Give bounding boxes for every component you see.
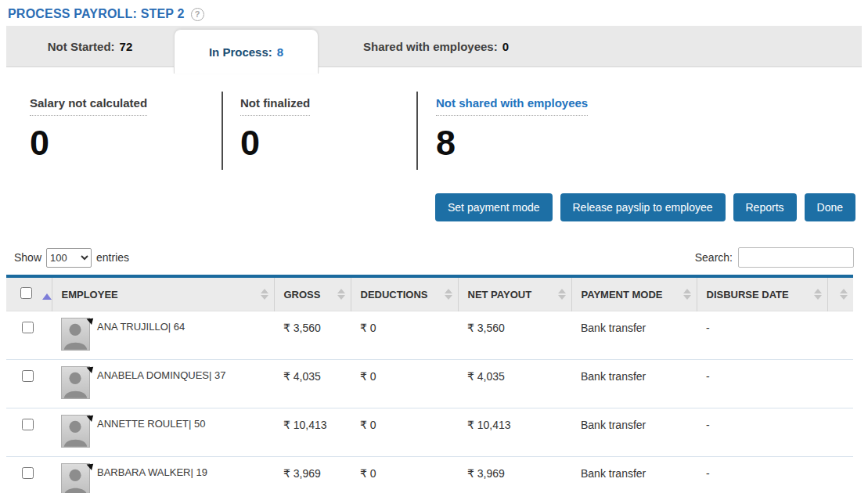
tab-in-process[interactable]: In Process: 8	[174, 29, 319, 74]
page-size-control: Show 100 entries	[14, 248, 129, 268]
tab-label: Not Started:	[48, 40, 115, 53]
extra-cell	[827, 457, 853, 493]
tab-count: 0	[502, 40, 509, 53]
entries-label: entries	[96, 251, 129, 264]
sort-arrows-icon[interactable]	[445, 289, 452, 300]
net-payout-cell: ₹ 4,035	[458, 360, 571, 408]
net-payout-cell: ₹ 3,560	[458, 311, 571, 360]
column-label: PAYMENT MODE	[582, 289, 663, 300]
search-label: Search:	[695, 251, 733, 264]
reports-button[interactable]: Reports	[733, 193, 797, 221]
column-header-deductions[interactable]: DEDUCTIONS	[351, 278, 458, 311]
action-bar: Set payment mode Release payslip to empl…	[0, 193, 855, 221]
gross-cell: ₹ 4,035	[274, 360, 351, 408]
disburse-date-cell: -	[697, 408, 827, 457]
extra-cell	[827, 408, 853, 457]
employee-cell: BARBARA WALKER| 19	[52, 457, 274, 493]
employee-name[interactable]: ANNETTE ROULET| 50	[97, 415, 205, 430]
employee-name[interactable]: ANA TRUJILLO| 64	[97, 318, 185, 333]
tab-bar: Not Started: 72 In Process: 8 Shared wit…	[6, 26, 862, 67]
tab-count: 8	[277, 45, 283, 59]
deductions-cell: ₹ 0	[351, 408, 458, 457]
employee-cell: ANNETTE ROULET| 50	[52, 408, 274, 457]
net-payout-cell: ₹ 3,969	[458, 457, 571, 493]
employee-name[interactable]: BARBARA WALKER| 19	[97, 463, 207, 478]
column-header-disburse-date[interactable]: DISBURSE DATE	[697, 278, 827, 311]
disburse-date-cell: -	[697, 457, 827, 493]
gross-cell: ₹ 10,413	[274, 408, 351, 457]
employee-avatar	[61, 415, 90, 448]
column-header-employee[interactable]: EMPLOYEE	[52, 278, 274, 311]
search-input[interactable]	[738, 247, 854, 268]
column-label: NET PAYOUT	[468, 289, 532, 300]
column-label: DISBURSE DATE	[707, 289, 789, 300]
payment-mode-cell: Bank transfer	[571, 360, 697, 408]
deductions-cell: ₹ 0	[351, 311, 458, 360]
sort-ascending-icon[interactable]	[42, 293, 52, 300]
tab-shared-with-employees[interactable]: Shared with employees: 0	[319, 26, 553, 67]
stat-salary-not-calculated: Salary not calculated 0	[30, 96, 222, 170]
column-label: DEDUCTIONS	[361, 289, 428, 300]
table-row: BARBARA WALKER| 19 ₹ 3,969 ₹ 0 ₹ 3,969 B…	[6, 457, 853, 493]
help-icon[interactable]: ?	[191, 8, 204, 21]
select-row-checkbox[interactable]	[22, 467, 34, 479]
column-header-payment-mode[interactable]: PAYMENT MODE	[571, 278, 697, 311]
sort-arrows-icon[interactable]	[683, 289, 691, 300]
row-select-cell	[6, 408, 52, 457]
column-header-net-payout[interactable]: NET PAYOUT	[458, 278, 571, 311]
table-row: ANNETTE ROULET| 50 ₹ 10,413 ₹ 0 ₹ 10,413…	[6, 408, 853, 457]
column-header-gross[interactable]: GROSS	[274, 278, 351, 311]
employee-avatar	[61, 318, 90, 351]
employee-avatar	[61, 463, 90, 493]
release-payslip-button[interactable]: Release payslip to employee	[560, 193, 726, 221]
employee-name[interactable]: ANABELA DOMINQUES| 37	[97, 366, 226, 381]
payment-mode-cell: Bank transfer	[571, 457, 697, 493]
select-all-checkbox[interactable]	[20, 287, 32, 299]
table-header-row: EMPLOYEE GROSS DEDUCTIONS NET PAYOUT PAY…	[6, 278, 853, 311]
set-payment-mode-button[interactable]: Set payment mode	[435, 193, 553, 221]
summary-stats: Salary not calculated 0 Not finalized 0 …	[0, 67, 868, 170]
stat-label: Not finalized	[240, 96, 310, 116]
done-button[interactable]: Done	[805, 193, 855, 221]
sort-arrows-icon[interactable]	[814, 289, 822, 300]
select-row-checkbox[interactable]	[22, 370, 34, 382]
show-label: Show	[14, 251, 41, 264]
stat-link[interactable]: Not shared with employees	[436, 96, 588, 116]
payment-mode-cell: Bank transfer	[571, 408, 697, 457]
sort-arrows-icon[interactable]	[261, 289, 268, 300]
extra-cell	[827, 311, 853, 360]
column-label: EMPLOYEE	[62, 289, 118, 300]
page-header: PROCESS PAYROLL: STEP 2 ?	[0, 0, 868, 21]
table-row: ANA TRUJILLO| 64 ₹ 3,560 ₹ 0 ₹ 3,560 Ban…	[6, 311, 853, 360]
disburse-date-cell: -	[697, 360, 827, 408]
stat-not-finalized: Not finalized 0	[223, 96, 416, 170]
row-select-cell	[6, 457, 52, 493]
column-header-extra[interactable]	[827, 278, 853, 311]
select-row-checkbox[interactable]	[22, 419, 34, 430]
extra-cell	[827, 360, 853, 408]
sort-arrows-icon[interactable]	[337, 289, 345, 300]
gross-cell: ₹ 3,969	[274, 457, 351, 493]
deductions-cell: ₹ 0	[351, 457, 458, 493]
sort-arrows-icon[interactable]	[840, 289, 848, 300]
payroll-table: EMPLOYEE GROSS DEDUCTIONS NET PAYOUT PAY…	[6, 275, 853, 493]
tab-label: In Process:	[209, 45, 272, 59]
net-payout-cell: ₹ 10,413	[458, 408, 571, 457]
search-control: Search:	[695, 247, 854, 268]
select-all-header	[6, 278, 52, 311]
payment-mode-cell: Bank transfer	[571, 311, 697, 360]
column-label: GROSS	[284, 289, 321, 300]
table-controls: Show 100 entries Search:	[14, 247, 854, 268]
tab-count: 72	[120, 40, 133, 53]
stat-value: 8	[436, 125, 610, 160]
stat-value: 0	[30, 125, 222, 160]
select-row-checkbox[interactable]	[22, 322, 34, 333]
disburse-date-cell: -	[697, 311, 827, 360]
sort-arrows-icon[interactable]	[558, 289, 566, 300]
page-size-select[interactable]: 100	[46, 248, 92, 268]
table-row: ANABELA DOMINQUES| 37 ₹ 4,035 ₹ 0 ₹ 4,03…	[6, 360, 853, 408]
tab-not-started[interactable]: Not Started: 72	[6, 26, 174, 67]
gross-cell: ₹ 3,560	[274, 311, 351, 360]
stat-value: 0	[240, 125, 416, 160]
stat-label: Salary not calculated	[30, 96, 147, 116]
